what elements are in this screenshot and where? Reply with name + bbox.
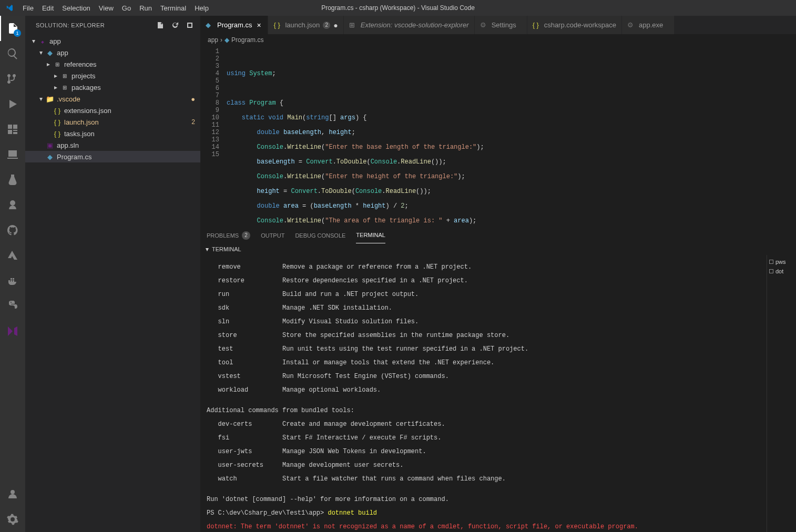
collapse-all-icon[interactable]	[186, 21, 194, 29]
problems-count-badge: 2	[242, 231, 250, 240]
terminal-output[interactable]: remove Remove a package or reference fro…	[200, 255, 767, 532]
svg-point-0	[10, 200, 15, 206]
title-bar: File Edit Selection View Go Run Terminal…	[0, 0, 796, 16]
window-title: Program.cs - csharp (Workspace) - Visual…	[321, 4, 475, 12]
menu-go[interactable]: Go	[118, 0, 135, 16]
activity-source-control-icon[interactable]	[0, 66, 25, 91]
editor-tab[interactable]: { }csharp.code-workspace	[527, 16, 622, 34]
bottom-panel: PROBLEMS2 OUTPUT DEBUG CONSOLE TERMINAL …	[200, 227, 796, 532]
new-file-icon[interactable]	[156, 21, 165, 29]
tree-item[interactable]: { }launch.json2	[25, 116, 200, 128]
explorer-badge: 1	[14, 29, 21, 37]
breadcrumb-item[interactable]: Program.cs	[231, 36, 263, 44]
chevron-icon: ▾	[37, 49, 45, 56]
activity-run-debug-icon[interactable]	[0, 91, 25, 117]
activity-accounts-icon[interactable]	[0, 482, 25, 507]
main-menu: File Edit Selection View Go Run Terminal…	[18, 0, 213, 16]
tab-label: Program.cs	[217, 21, 252, 29]
code-editor[interactable]: 123456789101112131415 using System; clas…	[200, 46, 796, 227]
tab-label: app.exe	[639, 21, 663, 29]
breadcrumbs[interactable]: app › ◆ Program.cs	[200, 34, 796, 46]
file-icon: ◆	[224, 36, 229, 44]
editor-tab[interactable]: ⊞Extension: vscode-solution-explorer	[344, 16, 475, 34]
menu-terminal[interactable]: Terminal	[156, 0, 190, 16]
panel-tab-problems[interactable]: PROBLEMS2	[207, 228, 250, 243]
menu-file[interactable]: File	[18, 0, 38, 16]
editor-tab[interactable]: ⚙app.exe	[622, 16, 675, 34]
panel-tab-terminal[interactable]: TERMINAL	[356, 228, 385, 243]
tree-item[interactable]: ▸⊞packages	[25, 81, 200, 93]
code-content[interactable]: using System; class Program { static voi…	[227, 46, 796, 227]
chevron-icon: ▾	[29, 37, 38, 45]
tree-item[interactable]: ◆Program.cs	[25, 151, 200, 162]
panel-tab-output[interactable]: OUTPUT	[261, 228, 284, 243]
editor-tab[interactable]: { }launch.json2●	[268, 16, 343, 34]
activity-docker-icon[interactable]	[0, 268, 25, 293]
editor-tab[interactable]: ◆Program.cs×	[200, 16, 268, 34]
file-type-icon: { }	[53, 107, 62, 115]
chevron-right-icon: ›	[220, 36, 222, 44]
menu-selection[interactable]: Selection	[58, 0, 94, 16]
menu-view[interactable]: View	[95, 0, 118, 16]
activity-python-icon[interactable]	[0, 293, 25, 319]
file-type-icon: { }	[53, 130, 62, 138]
sidebar-title: SOLUTION: EXPLORER	[36, 22, 105, 28]
terminal-entry[interactable]: pws	[769, 257, 794, 267]
tree-item[interactable]: ▣app.sln	[25, 139, 200, 151]
activity-settings-icon[interactable]	[0, 507, 25, 532]
editor-area: ◆Program.cs×{ }launch.json2●⊞Extension: …	[200, 16, 796, 532]
menu-edit[interactable]: Edit	[38, 0, 58, 16]
terminal-list[interactable]: pws dot	[767, 255, 796, 532]
activity-testing-icon[interactable]	[0, 167, 25, 192]
tree-item[interactable]: ▾⬥app	[25, 35, 200, 47]
file-type-icon: ◆	[45, 49, 55, 57]
tree-item-label: app	[49, 37, 195, 45]
tree-item[interactable]: { }extensions.json	[25, 105, 200, 116]
svg-point-1	[11, 490, 15, 494]
menu-run[interactable]: Run	[135, 0, 156, 16]
refresh-icon[interactable]	[171, 21, 179, 29]
tree-item-label: projects	[72, 72, 195, 80]
tab-label: launch.json	[285, 21, 320, 29]
file-type-icon: ◆	[45, 153, 55, 161]
file-tree[interactable]: ▾⬥app▾◆app▸⊞references▸⊞projects▸⊞packag…	[25, 34, 200, 532]
panel-tab-debug-console[interactable]: DEBUG CONSOLE	[295, 228, 345, 243]
panel-subheader[interactable]: ▾ TERMINAL	[200, 243, 796, 255]
activity-explorer-icon[interactable]: 1	[0, 16, 25, 41]
file-type-icon: ⊞	[53, 62, 62, 67]
terminal-icon	[769, 269, 773, 273]
activity-solution-explorer-icon[interactable]	[0, 319, 25, 344]
file-type-icon: ◆	[206, 21, 214, 29]
activity-azure-icon[interactable]	[0, 243, 25, 268]
activity-remote-icon[interactable]	[0, 142, 25, 167]
breadcrumb-item[interactable]: app	[208, 36, 218, 44]
close-tab-icon[interactable]: ×	[255, 22, 262, 29]
activity-github-icon[interactable]	[0, 218, 25, 243]
editor-tab[interactable]: ⚙Settings	[475, 16, 527, 34]
tree-item[interactable]: ▸⊞references	[25, 58, 200, 70]
modification-badge: 2	[323, 22, 330, 29]
tree-item[interactable]: ▾◆app	[25, 47, 200, 58]
sidebar: SOLUTION: EXPLORER ▾⬥app▾◆app▸⊞reference…	[25, 16, 200, 532]
panel-tabs: PROBLEMS2 OUTPUT DEBUG CONSOLE TERMINAL	[200, 228, 796, 243]
tree-item-label: app.sln	[57, 141, 195, 149]
file-type-icon: ⬥	[38, 37, 47, 45]
chevron-icon: ▸	[52, 84, 60, 91]
file-type-icon: ⚙	[480, 21, 488, 29]
activity-copilot-icon[interactable]	[0, 192, 25, 218]
tab-label: Extension: vscode-solution-explorer	[361, 21, 469, 29]
tree-item-label: references	[64, 60, 195, 68]
menu-help[interactable]: Help	[190, 0, 213, 16]
tab-label: csharp.code-workspace	[544, 21, 616, 29]
terminal-entry[interactable]: dot	[769, 267, 794, 276]
tree-item-label: app	[57, 49, 195, 57]
file-type-icon: 📁	[45, 95, 55, 103]
tree-item[interactable]: { }tasks.json	[25, 128, 200, 139]
tree-item-label: packages	[72, 84, 195, 91]
tree-item[interactable]: ▾📁.vscode●	[25, 93, 200, 105]
activity-search-icon[interactable]	[0, 41, 25, 66]
activity-extensions-icon[interactable]	[0, 117, 25, 142]
tree-item[interactable]: ▸⊞projects	[25, 70, 200, 81]
dirty-dot-icon: ●	[333, 22, 338, 29]
line-numbers: 123456789101112131415	[200, 46, 227, 227]
